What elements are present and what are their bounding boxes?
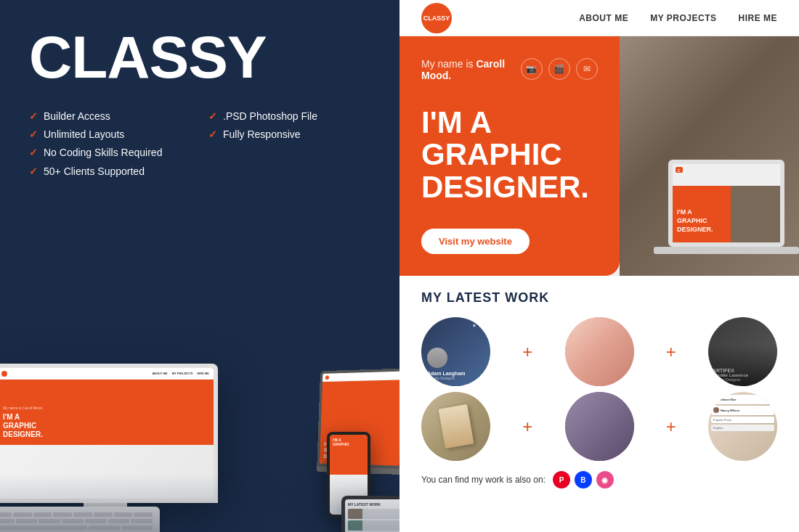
preview-nav-link-about[interactable]: ABOUT ME [579, 13, 628, 23]
right-panel: CLASSY ABOUT ME MY PROJECTS HIRE ME My n… [400, 0, 799, 532]
portfolio-circle-6[interactable]: Robert Ben Nancy Wilson Popular Posts Ex… [708, 392, 777, 461]
portfolio-plus-1: + [490, 342, 565, 362]
hero-title-line1: I'M A [421, 105, 492, 139]
hero-title-line3: DESIGNER. [421, 170, 589, 204]
device-area: ABOUT ME MY PROJECTS HIRE ME My name is … [0, 198, 400, 532]
hero-name-row: My name is Caroll Mood. 📷 🎬 ✉ [421, 58, 598, 81]
hero-intro-text: My name is Caroll Mood. [421, 58, 521, 81]
key [16, 519, 38, 523]
monitor-nav-item-1: ABOUT ME [152, 372, 167, 375]
preview-nav-link-projects[interactable]: MY PROJECTS [650, 13, 716, 23]
tablet-item-img-2 [348, 520, 362, 531]
key [0, 512, 12, 517]
key [94, 512, 113, 517]
preview-nav: CLASSY ABOUT ME MY PROJECTS HIRE ME [400, 0, 799, 36]
behance-icon[interactable]: B [575, 471, 592, 488]
pinterest-icon[interactable]: P [553, 471, 570, 488]
check-icon-3: ✓ [29, 144, 38, 162]
portfolio-circle-1[interactable]: Adam Langham Jewelry Designer ♥ 💬 [421, 317, 490, 386]
portfolio-person1-role: Jewelry Designer [427, 376, 484, 380]
monitor-logo-dot [1, 371, 7, 377]
key [38, 519, 60, 523]
portfolio-plus-3: + [490, 417, 565, 437]
key [134, 512, 153, 517]
tablet-item-2 [348, 520, 400, 531]
portfolio-row-2: + + Robert Ben [421, 392, 777, 461]
portfolio-circle-4[interactable] [421, 392, 490, 461]
feature-label-4: 50+ Clients Supported [44, 163, 145, 181]
preview-nav-link-hire[interactable]: HIRE ME [738, 13, 777, 23]
key [121, 525, 153, 530]
monitor-nav: ABOUT ME MY PROJECTS HIRE ME [0, 368, 214, 380]
tablet-mockup: MY LATEST WORK [341, 496, 400, 532]
social-footer: You can find my work is also on: P B ◉ [421, 471, 777, 488]
dribbble-icon[interactable]: ◉ [596, 471, 614, 488]
feature-label-3: No Coding Skills Required [44, 144, 162, 162]
left-content: CLASSY ✓ Builder Access ✓ Unlimited Layo… [0, 0, 400, 195]
left-panel: CLASSY ✓ Builder Access ✓ Unlimited Layo… [0, 0, 400, 532]
svg-rect-3 [654, 247, 799, 254]
key [89, 525, 120, 530]
monitor-hero: My name is Caroll Mood. I'M AGRAPHICDESI… [0, 380, 214, 445]
social-footer-text: You can find my work is also on: [421, 475, 545, 485]
svg-text:C: C [678, 168, 681, 173]
visit-website-button[interactable]: Visit my website [421, 229, 530, 254]
monitor-nav-items: ABOUT ME MY PROJECTS HIRE ME [152, 372, 209, 375]
keyboard-row-3 [0, 525, 153, 530]
phone-hero: I'M AGRAPHIC [330, 435, 368, 475]
monitor-hero-text: I'M AGRAPHICDESIGNER. [3, 413, 43, 439]
preview-hero: My name is Caroll Mood. 📷 🎬 ✉ I'M A GRAP… [400, 36, 799, 276]
feature-col-1: ✓ Builder Access ✓ Unlimited Layouts ✓ N… [29, 107, 194, 181]
feature-label-2: Unlimited Layouts [44, 126, 124, 144]
monitor-screen: ABOUT ME MY PROJECTS HIRE ME My name is … [0, 368, 214, 499]
key [114, 512, 133, 517]
feature-item-6: ✓ Fully Responsive [208, 126, 373, 144]
portfolio-circle-2[interactable] [565, 317, 634, 386]
portfolio-circle-5[interactable] [565, 392, 634, 461]
portfolio-person3-role: Jewelry Designer [713, 377, 773, 382]
video-icon: 🎬 [548, 58, 570, 80]
tablet-items [348, 509, 400, 532]
preview-nav-links: ABOUT ME MY PROJECTS HIRE ME [579, 13, 777, 23]
svg-text:I'M A: I'M A [677, 208, 692, 216]
key [85, 519, 107, 523]
monitor-mockup: ABOUT ME MY PROJECTS HIRE ME My name is … [0, 364, 218, 517]
check-icon-2: ✓ [29, 126, 38, 144]
key [0, 519, 15, 523]
check-icon-1: ✓ [29, 107, 38, 126]
phone-hero-text: I'M AGRAPHIC [333, 438, 365, 446]
keyboard-row-1 [0, 512, 153, 517]
feature-item-5: ✓ .PSD Photoshop File [208, 107, 373, 126]
feature-label-5: .PSD Photoshop File [223, 107, 317, 126]
portfolio-plus-4: + [634, 417, 709, 437]
check-icon-4: ✓ [29, 163, 38, 181]
portfolio-circle-3[interactable]: ARTIFEX Jennifer Lawrence Jewelry Design… [708, 317, 777, 386]
tablet-section-title: MY LATEST WORK [348, 502, 400, 507]
preview-nav-logo: CLASSY [421, 3, 452, 33]
feature-item-2: ✓ Unlimited Layouts [29, 126, 194, 144]
key [131, 519, 153, 523]
check-icon-5: ✓ [208, 107, 217, 126]
key [53, 512, 72, 517]
feature-label-6: Fully Responsive [223, 126, 301, 144]
tablet-screen-content: MY LATEST WORK [345, 499, 400, 532]
key [33, 512, 52, 517]
monitor-hero-sub: My name is Caroll Mood. [3, 406, 43, 410]
tablet-item-1 [348, 509, 400, 519]
artifex-label: ARTIFEX [713, 368, 773, 373]
svg-rect-2 [673, 164, 780, 186]
features-grid: ✓ Builder Access ✓ Unlimited Layouts ✓ N… [29, 107, 373, 181]
keyboard-rows [0, 507, 160, 532]
tablet-screen: MY LATEST WORK [345, 499, 400, 532]
monitor-screen-outer: ABOUT ME MY PROJECTS HIRE ME My name is … [0, 364, 218, 503]
svg-text:GRAPHIC: GRAPHIC [677, 217, 707, 224]
portfolio-person1-name: Adam Langham [427, 371, 484, 376]
camera-icon: 📷 [521, 58, 543, 80]
feature-item-1: ✓ Builder Access [29, 107, 194, 126]
portfolio-row-1: Adam Langham Jewelry Designer ♥ 💬 + + [421, 317, 777, 386]
keyboard-row-2 [0, 519, 153, 523]
svg-rect-10 [731, 186, 780, 242]
social-icons: P B ◉ [553, 471, 614, 488]
mail-icon: ✉ [576, 58, 598, 80]
keyboard-mockup [0, 507, 160, 532]
